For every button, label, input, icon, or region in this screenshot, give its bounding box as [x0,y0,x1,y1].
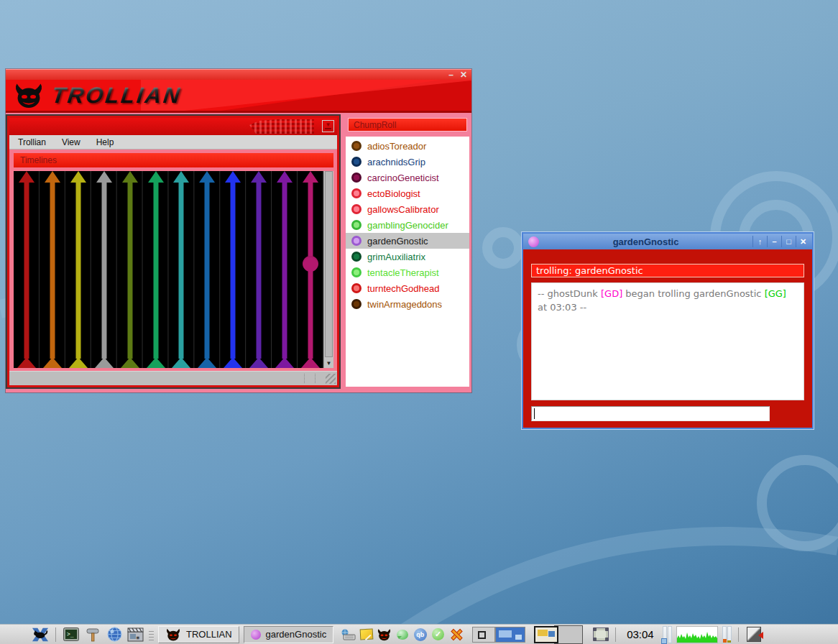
window-previews [534,625,583,644]
chat-message-area[interactable]: -- ghostDunk [GD] began trolling gardenG… [531,282,804,400]
scroll-down-icon: ▼ [326,360,332,367]
timelines-menubar: TrollianViewHelp [9,135,337,150]
contact-ectoBiologist[interactable]: ectoBiologist [346,185,469,201]
volume-gauge[interactable] [663,626,672,643]
devil-logo-icon [13,83,45,109]
screenshot-tool-icon[interactable] [593,627,609,641]
minimize-icon[interactable]: – [448,71,453,78]
notes-tray-icon[interactable] [359,627,374,642]
workspace-2-active[interactable] [495,627,525,643]
gardengnostic-window-icon [528,236,539,247]
taskbar-button-label: TROLLIAN [186,629,232,640]
media-launcher[interactable]: ▦ [127,626,144,643]
taskbar-button-trollian[interactable]: TROLLIAN [158,626,239,643]
resize-grip[interactable] [326,374,336,384]
cpu-activity-monitor[interactable] [676,626,718,643]
contact-carcinoGeneticist[interactable]: carcinoGeneticist [346,170,469,185]
contact-name: gallowsCalibrator [367,204,439,215]
close-button[interactable]: ✕ [796,236,810,247]
contact-name: gamblingGenocider [367,220,448,231]
scrollbar-thumb[interactable] [325,171,333,357]
window-thumbnail[interactable] [534,626,558,643]
shade-icon: ▼ [326,123,331,127]
terminal-launcher[interactable]: >_ [63,626,80,643]
contact-status-icon [351,157,362,167]
close-icon[interactable]: ✕ [460,71,467,78]
statusbar-separator [315,374,316,383]
battery-gauge[interactable] [722,626,732,643]
globe-icon [107,627,122,642]
gd-handle-tag: [GD] [601,288,622,299]
menu-item-trollian[interactable]: Trollian [18,137,46,147]
scroll-down-button[interactable]: ▼ [324,358,333,368]
messenger-tray-icon[interactable] [395,627,410,642]
hammer-icon [85,627,101,642]
update-ok-tray-icon[interactable]: ✓ [430,627,446,642]
timeline-arrow-4 [121,171,139,368]
text-caret [534,408,535,419]
taskbar-button-gardengnostic[interactable]: gardenGnostic [244,626,334,643]
chumproll-panel: ChumpRoll adiosToreadorarachnidsGripcarc… [346,114,471,389]
contact-turntechGodhead[interactable]: turntechGodhead [346,280,469,296]
chumproll-list: adiosToreadorarachnidsGripcarcinoGenetic… [346,137,469,387]
timelines-titlebar[interactable]: ▼ [9,118,337,135]
browser-launcher[interactable] [106,626,123,643]
menu-item-view[interactable]: View [62,137,80,147]
contact-gallowsCalibrator[interactable]: gallowsCalibrator [346,201,469,217]
trolling-status-text: trolling: gardenGnostic [536,265,643,276]
workspace-pager [472,627,525,643]
timeline-marker[interactable] [303,256,318,272]
timeline-arrow-9 [249,171,268,368]
contact-name: twinArmageddons [367,299,442,310]
window-manager-menu-button[interactable] [32,626,49,643]
taskbar-handle[interactable] [149,629,154,640]
menu-item-help[interactable]: Help [96,137,114,147]
contact-gardenGnostic[interactable]: gardenGnostic [346,233,469,249]
timeline-arrow-1 [43,171,62,368]
contact-tentacleTherapist[interactable]: tentacleTherapist [346,264,469,280]
trollian-titlebar[interactable]: – ✕ [6,70,471,80]
vertical-scrollbar[interactable]: ▼ [323,171,333,368]
activity-graph [677,627,717,643]
taskbar-button-label: gardenGnostic [266,629,327,640]
chat-window-title: gardenGnostic [539,236,752,247]
contact-twinArmageddons[interactable]: twinArmageddons [346,296,469,312]
qb-label: qb [414,628,427,641]
logout-icon[interactable] [747,627,761,642]
chat-titlebar[interactable]: gardenGnostic ↑ – □ ✕ [523,234,812,249]
contact-adiosToreador[interactable]: adiosToreador [346,138,469,154]
contact-name: adiosToreador [367,141,426,152]
chat-input-field[interactable] [531,406,770,421]
window-thumbnail[interactable] [554,625,583,644]
minimize-button[interactable]: – [767,236,781,247]
clock[interactable]: 03:04 [622,628,658,640]
shade-button[interactable]: ▼ [322,120,334,132]
contact-name: gardenGnostic [367,236,428,247]
message-text: -- ghostDunk [538,288,601,299]
keyboard-layout-tray-icon[interactable] [341,627,356,642]
contact-arachnidsGrip[interactable]: arachnidsGrip [346,154,469,170]
orange-x-tray-icon[interactable] [448,627,464,642]
timeline-canvas[interactable] [14,171,323,368]
tools-launcher[interactable] [84,626,101,643]
contact-name: tentacleTherapist [367,267,439,278]
system-tray: qb ✓ [341,627,464,642]
rollup-button[interactable]: ↑ [752,236,767,247]
contact-grimAuxiliatrix[interactable]: grimAuxiliatrix [346,249,469,264]
chat-window: gardenGnostic ↑ – □ ✕ trolling: gardenGn… [522,232,814,429]
taskbar: >_ ▦ [0,624,838,644]
maximize-button[interactable]: □ [781,236,796,247]
svg-text:▦: ▦ [137,635,139,640]
chumproll-title: ChumpRoll [354,120,396,130]
workspace-1[interactable] [472,627,495,643]
timelines-panel-title: Timelines [20,155,57,165]
trolling-status-bar: trolling: gardenGnostic [531,264,804,277]
contact-status-icon [351,236,362,246]
timeline-arrow-5 [147,171,165,368]
contact-name: turntechGodhead [367,283,439,294]
timelines-panel-header: Timelines [14,153,333,167]
trollian-tray-icon[interactable] [377,627,392,642]
qb-tray-icon[interactable]: qb [413,627,428,642]
contact-name: ectoBiologist [367,188,420,199]
contact-gamblingGenocider[interactable]: gamblingGenocider [346,217,469,233]
